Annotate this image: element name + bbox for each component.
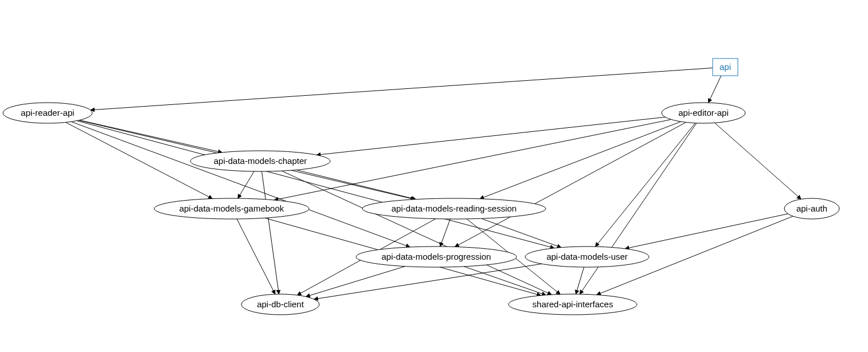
node-auth[interactable]: api-auth	[784, 198, 839, 219]
edge-reading-to-user	[481, 218, 561, 247]
edge-editor-to-interfaces	[580, 123, 697, 294]
edge-reader-to-chapter	[80, 120, 222, 152]
node-reader[interactable]: api-reader-api	[3, 103, 92, 123]
node-dbclient[interactable]: api-db-client	[241, 294, 319, 315]
edge-reader-to-user	[77, 121, 554, 248]
edge-chapter-to-interfaces	[281, 171, 552, 295]
node-api[interactable]: api	[713, 58, 738, 76]
edge-editor-to-user	[595, 123, 695, 247]
edge-api-to-reader	[91, 68, 713, 109]
svg-point-10	[509, 294, 637, 315]
node-chapter[interactable]: api-data-models-chapter	[190, 151, 330, 171]
node-reading[interactable]: api-data-models-reading-session	[362, 198, 546, 219]
edge-reading-to-progression	[440, 219, 451, 247]
edge-chapter-to-gamebook	[238, 171, 254, 198]
edge-gamebook-to-dbclient	[237, 219, 275, 294]
svg-point-2	[662, 103, 745, 123]
svg-point-7	[356, 247, 517, 267]
svg-point-9	[241, 294, 319, 315]
svg-point-4	[154, 198, 309, 219]
dependency-graph: apiapi-reader-apiapi-editor-apiapi-data-…	[0, 0, 868, 352]
edge-progression-to-interfaces	[464, 267, 546, 295]
edge-editor-to-auth	[715, 123, 801, 199]
svg-point-8	[525, 247, 649, 267]
edge-editor-to-chapter	[316, 117, 665, 155]
edge-editor-to-reading	[480, 122, 681, 199]
edge-editor-to-gamebook	[274, 119, 671, 200]
svg-point-3	[190, 151, 330, 171]
edge-editor-to-progression	[455, 122, 686, 247]
edge-reader-to-progression	[71, 122, 410, 247]
edge-progression-to-dbclient	[306, 267, 405, 297]
edge-auth-to-user	[625, 214, 788, 249]
node-user[interactable]: api-data-models-user	[525, 247, 649, 267]
edge-chapter-to-reading	[296, 170, 416, 199]
edge-chapter-to-dbclient	[262, 171, 279, 294]
node-editor[interactable]: api-editor-api	[662, 103, 745, 123]
svg-rect-0	[713, 58, 738, 76]
svg-point-1	[3, 103, 92, 123]
svg-point-6	[784, 198, 839, 219]
node-interfaces[interactable]: shared-api-interfaces	[509, 294, 637, 315]
node-gamebook[interactable]: api-data-models-gamebook	[154, 198, 309, 219]
node-progression[interactable]: api-data-models-progression	[356, 247, 517, 267]
svg-point-5	[362, 198, 546, 219]
edge-api-to-editor	[708, 76, 721, 103]
